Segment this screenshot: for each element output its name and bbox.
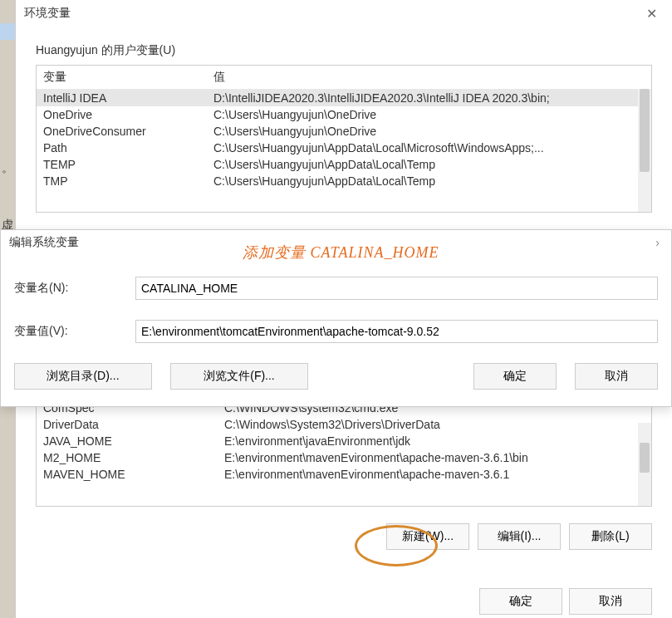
system-vars-list[interactable]: ComSpec C:\WINDOWS\system32\cmd.exe Driv… [36, 399, 652, 507]
dialog-title: 环境变量 [24, 6, 640, 21]
header-name: 变量 [43, 70, 213, 85]
ok-button[interactable]: 确定 [473, 363, 557, 390]
edit-dialog-buttons: 浏览目录(D)... 浏览文件(F)... 确定 取消 [14, 363, 658, 390]
var-value: C:\Windows\System32\Drivers\DriverData [224, 418, 645, 431]
title-bar: 环境变量 ✕ [16, 0, 672, 27]
var-name: OneDrive [43, 108, 213, 121]
cancel-button[interactable]: 取消 [569, 588, 652, 615]
variable-value-input[interactable] [135, 320, 658, 343]
var-name: JAVA_HOME [43, 434, 224, 448]
variable-name-label: 变量名(N): [14, 281, 135, 296]
scrollbar[interactable] [638, 423, 651, 506]
table-row[interactable]: OneDrive C:\Users\Huangyujun\OneDrive [37, 106, 651, 123]
edit-button[interactable]: 编辑(I)... [478, 523, 561, 550]
var-name: MAVEN_HOME [43, 468, 224, 481]
scrollbar[interactable] [638, 89, 651, 212]
background-blue-bar [0, 23, 15, 40]
var-name: IntelliJ IDEA [43, 91, 213, 105]
var-value: C:\Users\Huangyujun\AppData\Local\Temp [213, 174, 645, 188]
var-value: E:\environment\mavenEvironment\apache-ma… [224, 468, 645, 481]
list-header: 变量 值 [37, 66, 651, 90]
table-row[interactable]: JAVA_HOME E:\environment\javaEnvironment… [37, 433, 651, 449]
new-button[interactable]: 新建(W)... [386, 523, 469, 550]
table-row[interactable]: TMP C:\Users\Huangyujun\AppData\Local\Te… [37, 173, 651, 189]
browse-directory-button[interactable]: 浏览目录(D)... [14, 363, 152, 390]
var-name: M2_HOME [43, 451, 224, 464]
close-icon[interactable]: ✕ [640, 6, 664, 22]
var-value: C:\Users\Huangyujun\AppData\Local\Temp [213, 158, 645, 171]
ok-button[interactable]: 确定 [479, 588, 562, 615]
var-name: DriverData [43, 418, 224, 431]
var-value: D:\IntelliJIDEA2020.3\IntelliJIDEA2020.3… [213, 91, 645, 105]
table-row[interactable]: M2_HOME E:\environment\mavenEvironment\a… [37, 449, 651, 466]
var-value: C:\Users\Huangyujun\AppData\Local\Micros… [213, 141, 645, 154]
variable-name-input[interactable] [135, 277, 658, 300]
table-row[interactable]: DriverData C:\Windows\System32\Drivers\D… [37, 416, 651, 433]
var-value: E:\environment\javaEnvironment\jdk [224, 434, 645, 448]
browse-file-button[interactable]: 浏览文件(F)... [170, 363, 308, 390]
variable-name-row: 变量名(N): [14, 277, 658, 300]
var-value: C:\Users\Huangyujun\OneDrive [213, 108, 645, 121]
scroll-thumb[interactable] [640, 89, 650, 172]
table-row[interactable]: OneDriveConsumer C:\Users\Huangyujun\One… [37, 123, 651, 140]
var-name: TMP [43, 174, 213, 188]
header-value: 值 [213, 70, 645, 85]
sys-vars-button-row: 新建(W)... 编辑(I)... 删除(L) [36, 523, 652, 550]
user-vars-list[interactable]: 变量 值 IntelliJ IDEA D:\IntelliJIDEA2020.3… [36, 65, 652, 213]
variable-value-label: 变量值(V): [14, 324, 135, 339]
table-row[interactable]: Path C:\Users\Huangyujun\AppData\Local\M… [37, 140, 651, 156]
var-value: E:\environment\mavenEvironment\apache-ma… [224, 451, 645, 464]
var-name: TEMP [43, 158, 213, 171]
delete-button[interactable]: 删除(L) [569, 523, 652, 550]
dialog-footer: 确定 取消 [479, 588, 652, 615]
table-row[interactable]: TEMP C:\Users\Huangyujun\AppData\Local\T… [37, 156, 651, 173]
edit-dialog-body: 变量名(N): 变量值(V): 浏览目录(D)... 浏览文件(F)... 确定… [1, 255, 671, 405]
annotation-text: 添加变量 CATALINA_HOME [243, 243, 439, 262]
var-value: C:\Users\Huangyujun\OneDrive [213, 125, 645, 138]
variable-value-row: 变量值(V): [14, 320, 658, 343]
chevron-right-icon: › [652, 236, 663, 249]
var-name: OneDriveConsumer [43, 125, 213, 138]
cancel-button[interactable]: 取消 [575, 363, 658, 390]
user-vars-label: Huangyujun 的用户变量(U) [36, 43, 652, 58]
bg-text-fragment: 。 [2, 161, 13, 176]
scroll-thumb[interactable] [640, 443, 650, 473]
var-name: Path [43, 141, 213, 154]
table-row[interactable]: MAVEN_HOME E:\environment\mavenEvironmen… [37, 466, 651, 483]
table-row[interactable]: IntelliJ IDEA D:\IntelliJIDEA2020.3\Inte… [37, 90, 651, 106]
